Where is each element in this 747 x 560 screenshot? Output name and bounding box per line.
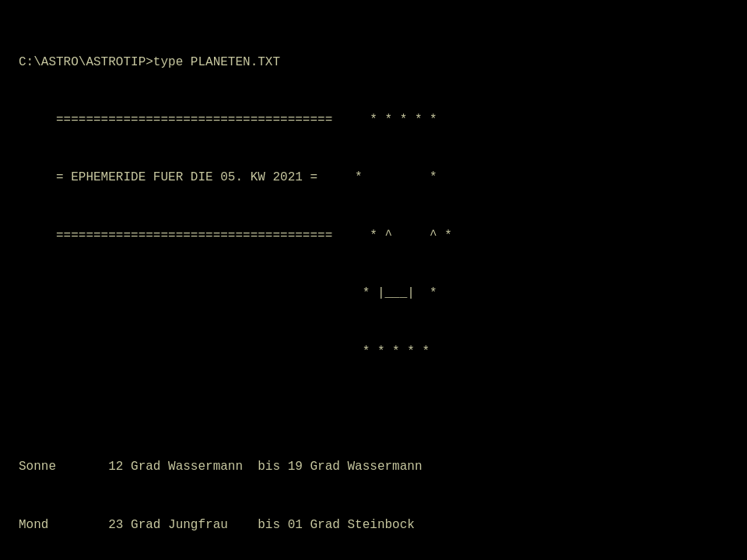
planet-sonne: Sonne 12 Grad Wassermann bis 19 Grad Was… xyxy=(19,457,728,477)
header-title: = EPHEMERIDE FUER DIE 05. KW 2021 = * * xyxy=(19,168,728,187)
planet-mond: Mond 23 Grad Jungfrau bis 01 Grad Steinb… xyxy=(19,516,728,535)
blank-line-1 xyxy=(19,400,728,419)
terminal-window: C:\ASTRO\ASTROTIP>type PLANETEN.TXT ====… xyxy=(19,14,728,560)
header-alien-mouth: * |___| * xyxy=(19,284,728,303)
header-alien-eyes: ===================================== * … xyxy=(19,226,728,246)
header-separator-top: ===================================== * … xyxy=(19,110,728,130)
header-alien-bottom: * * * * * xyxy=(19,342,728,362)
command-line: C:\ASTRO\ASTROTIP>type PLANETEN.TXT xyxy=(19,53,728,72)
